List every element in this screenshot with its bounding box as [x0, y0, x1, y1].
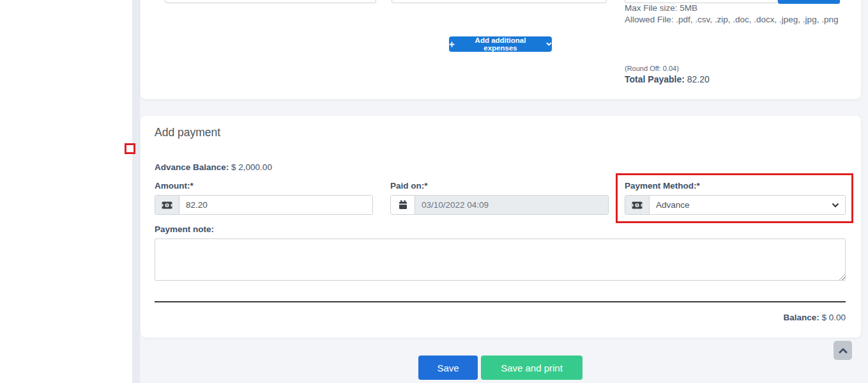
allowed-file-text: Allowed File: .pdf, .csv, .zip, .doc, .d…: [625, 15, 838, 24]
payment-note-label: Payment note:: [155, 224, 214, 234]
payment-method-select[interactable]: Advance: [650, 196, 845, 214]
expense-field-1[interactable]: [165, 0, 376, 3]
payment-note-textarea[interactable]: [155, 238, 846, 281]
add-payment-title: Add payment: [155, 126, 220, 139]
balance: Balance: $ 0.00: [155, 313, 846, 322]
payment-method-input-group: Advance: [625, 195, 846, 215]
expenses-card: Max File size: 5MB Allowed File: .pdf, .…: [141, 0, 861, 99]
paid-on-input[interactable]: [415, 196, 608, 214]
add-additional-expenses-button[interactable]: Add additional expenses: [449, 36, 552, 52]
plus-icon: [449, 42, 455, 47]
section-divider: [155, 301, 846, 302]
money-icon: [155, 196, 179, 214]
save-button[interactable]: Save: [418, 356, 478, 380]
add-additional-expenses-label: Add additional expenses: [458, 36, 543, 52]
balance-label: Balance:: [783, 313, 819, 322]
total-payable: Total Payable: 82.20: [625, 74, 710, 84]
advance-balance: Advance Balance: $ 2,000.00: [155, 162, 272, 172]
advance-balance-label: Advance Balance:: [155, 162, 229, 172]
sidebar-gap: [132, 0, 140, 383]
chevron-up-icon: [839, 348, 848, 354]
amount-input-group: [155, 195, 373, 215]
balance-value: $ 0.00: [821, 313, 846, 322]
money-icon: [625, 196, 650, 214]
scroll-to-top-button[interactable]: [834, 341, 852, 360]
upload-button[interactable]: [778, 0, 840, 4]
total-payable-value: 82.20: [687, 74, 710, 84]
advance-balance-value: $ 2,000.00: [231, 162, 272, 172]
paid-on-input-group: [390, 195, 609, 215]
total-payable-label: Total Payable:: [625, 74, 685, 84]
amount-label: Amount:*: [155, 181, 194, 191]
expense-field-2[interactable]: [392, 0, 607, 3]
max-file-size-text: Max File size: 5MB: [625, 3, 697, 13]
calendar-icon: [391, 196, 415, 214]
round-off-text: (Round Off: 0.04): [625, 65, 679, 72]
add-payment-card: Add payment Advance Balance: $ 2,000.00 …: [141, 116, 861, 338]
save-and-print-button[interactable]: Save and print: [481, 356, 582, 380]
chevron-down-icon: [546, 42, 552, 46]
payment-method-label: Payment Method:*: [625, 181, 700, 191]
paid-on-label: Paid on:*: [390, 181, 428, 191]
amount-input[interactable]: [179, 196, 372, 214]
